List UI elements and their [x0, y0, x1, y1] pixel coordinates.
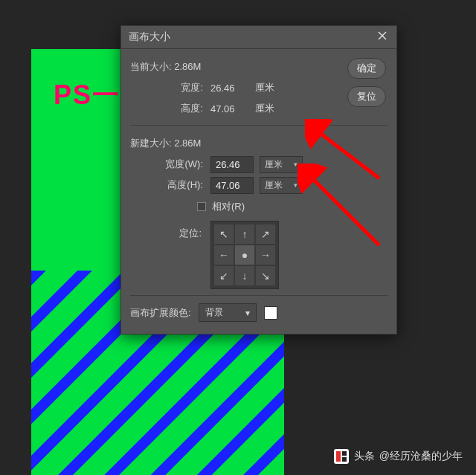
extension-color-swatch[interactable]: [264, 306, 277, 320]
current-height-unit: 厘米: [255, 102, 274, 115]
canvas-size-dialog: 画布大小 确定 复位 当前大小: 2.86M 宽度: 26.46 厘米 高度: …: [120, 25, 397, 335]
current-height-value: 47.06: [210, 103, 255, 114]
chevron-down-icon: ▾: [294, 181, 298, 189]
watermark-brand: 头条: [354, 450, 375, 463]
dialog-title: 画布大小: [129, 30, 170, 44]
anchor-nw[interactable]: ↖: [214, 224, 234, 244]
anchor-grid: ↖ ↑ ↗ ← ● → ↙ ↓ ↘: [210, 221, 279, 289]
current-height-label: 高度:: [130, 102, 210, 115]
anchor-ne[interactable]: ↗: [256, 224, 275, 244]
extension-label: 画布扩展颜色:: [130, 306, 191, 320]
new-width-unit-combo[interactable]: 厘米▾: [260, 156, 303, 173]
arrow-w-icon: ←: [219, 250, 229, 260]
new-height-unit-combo[interactable]: 厘米▾: [260, 177, 303, 194]
current-size-label: 当前大小: 2.86M: [130, 60, 201, 74]
new-size-label: 新建大小: 2.86M: [130, 137, 201, 150]
watermark-author: @经历沧桑的少年: [379, 450, 463, 463]
relative-label: 相对(R): [212, 200, 245, 213]
new-width-label: 宽度(W):: [130, 158, 210, 171]
anchor-center[interactable]: ●: [235, 245, 254, 265]
arrow-se-icon: ↘: [261, 271, 270, 281]
new-height-input[interactable]: [210, 177, 254, 194]
current-width-value: 26.46: [210, 83, 255, 94]
anchor-label: 定位:: [130, 221, 210, 240]
anchor-center-icon: ●: [242, 250, 248, 260]
divider: [130, 295, 387, 296]
chevron-down-icon: ▾: [245, 308, 250, 318]
close-icon[interactable]: [376, 30, 389, 44]
current-width-unit: 厘米: [255, 81, 274, 94]
svg-rect-8: [336, 451, 341, 462]
arrow-ne-icon: ↗: [261, 229, 270, 239]
chevron-down-icon: ▾: [294, 161, 298, 168]
dialog-titlebar[interactable]: 画布大小: [121, 26, 396, 49]
relative-checkbox[interactable]: [197, 202, 206, 211]
svg-rect-10: [342, 457, 347, 462]
divider: [130, 125, 387, 126]
anchor-e[interactable]: →: [256, 245, 275, 265]
extension-color-combo[interactable]: 背景▾: [199, 303, 257, 322]
svg-rect-9: [342, 451, 347, 456]
new-width-input[interactable]: [210, 156, 254, 173]
arrow-nw-icon: ↖: [219, 229, 228, 239]
anchor-se[interactable]: ↘: [256, 266, 275, 285]
anchor-sw[interactable]: ↙: [214, 266, 234, 285]
anchor-s[interactable]: ↓: [235, 266, 254, 285]
current-width-label: 宽度:: [130, 81, 210, 94]
arrow-e-icon: →: [260, 250, 271, 260]
watermark: 头条 @经历沧桑的少年: [333, 448, 463, 465]
anchor-n[interactable]: ↑: [235, 224, 254, 244]
arrow-n-icon: ↑: [242, 229, 248, 239]
new-height-label: 高度(H):: [130, 178, 210, 192]
arrow-sw-icon: ↙: [219, 271, 228, 281]
reset-button[interactable]: 复位: [347, 86, 386, 107]
watermark-logo-icon: [333, 448, 350, 465]
anchor-w[interactable]: ←: [214, 245, 234, 265]
arrow-s-icon: ↓: [242, 271, 248, 281]
ok-button[interactable]: 确定: [347, 58, 386, 79]
